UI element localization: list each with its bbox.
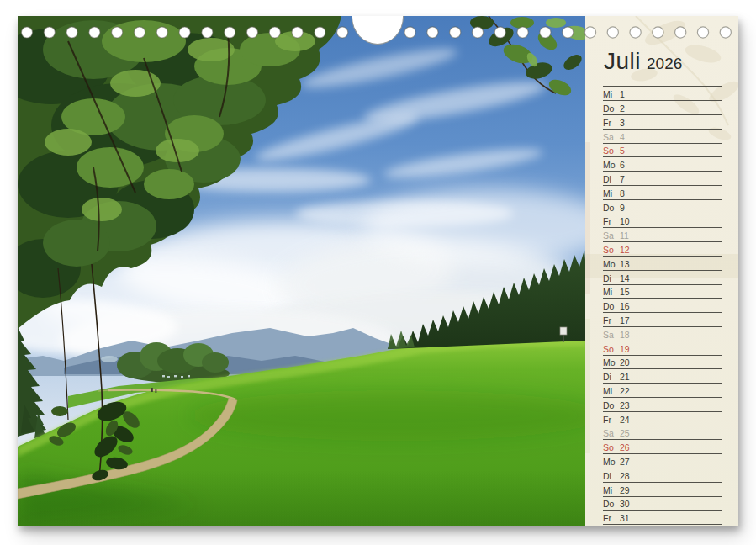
day-abbr: Di [603, 472, 620, 481]
photo-image [18, 16, 585, 526]
day-abbr: Mo [603, 161, 620, 170]
day-abbr: Fr [603, 415, 620, 425]
day-number: 20 [620, 358, 630, 368]
day-row: So 12 [603, 242, 722, 257]
day-abbr: Mo [603, 260, 620, 269]
day-row: Do 9 [603, 200, 722, 214]
day-number: 9 [620, 204, 625, 213]
day-abbr: Fr [603, 119, 620, 128]
day-abbr: Mo [603, 358, 620, 368]
day-abbr: Mi [603, 486, 620, 495]
day-abbr: Mi [603, 288, 620, 297]
page-title: Juli2026 [604, 48, 682, 75]
day-row: Mo 27 [603, 454, 722, 468]
day-row: Fr 24 [603, 412, 722, 426]
day-row: Sa 4 [603, 130, 722, 144]
calendar-scan: Juli2026 Mi 1 Do 2 Fr 3 Sa 4 [0, 0, 756, 545]
day-abbr: Di [603, 373, 620, 382]
day-row: Mi 15 [603, 285, 722, 299]
day-row: So 19 [603, 341, 722, 356]
day-abbr: Sa [603, 231, 620, 241]
day-abbr: Di [603, 175, 620, 184]
day-number: 15 [620, 288, 630, 297]
day-row [603, 73, 722, 87]
day-abbr: Mo [603, 458, 620, 467]
day-number: 26 [620, 443, 630, 452]
day-row: Mi 1 [603, 87, 722, 101]
day-row: Di 28 [603, 468, 722, 483]
day-abbr: Fr [603, 316, 620, 325]
day-row: Mo 6 [603, 157, 722, 172]
day-number: 12 [620, 246, 630, 255]
day-number: 22 [620, 387, 630, 396]
day-row: Sa 11 [603, 228, 722, 242]
day-abbr: Mi [603, 189, 620, 198]
day-row: Do 16 [603, 299, 722, 313]
day-abbr: Fr [603, 217, 620, 226]
day-number: 17 [620, 316, 630, 325]
day-number: 19 [620, 345, 630, 354]
day-number: 8 [620, 189, 625, 198]
day-number: 4 [620, 133, 625, 142]
day-row: Fr 10 [603, 214, 722, 229]
day-row: Di 7 [603, 172, 722, 186]
day-number: 28 [620, 472, 630, 481]
day-number: 14 [620, 274, 630, 283]
day-row: Mo 13 [603, 257, 722, 271]
calendar-page: Juli2026 Mi 1 Do 2 Fr 3 Sa 4 [18, 16, 738, 526]
day-row: Fr 17 [603, 313, 722, 327]
day-row: Di 21 [603, 369, 722, 384]
day-row: Sa 18 [603, 327, 722, 341]
day-row: Do 2 [603, 101, 722, 115]
day-row: So 5 [603, 144, 722, 158]
day-number: 5 [620, 146, 625, 156]
day-abbr: So [603, 443, 620, 452]
day-abbr: Fr [603, 514, 620, 523]
day-row: So 26 [603, 440, 722, 454]
day-number: 1 [620, 90, 625, 99]
day-number: 6 [620, 161, 625, 170]
day-number: 16 [620, 302, 630, 311]
year-label: 2026 [647, 55, 682, 72]
date-panel: Juli2026 Mi 1 Do 2 Fr 3 Sa 4 [585, 16, 738, 526]
day-abbr: Do [603, 104, 620, 114]
day-abbr: Do [603, 204, 620, 213]
day-row: Di 14 [603, 271, 722, 285]
day-number: 21 [620, 373, 630, 382]
day-row: Mo 20 [603, 356, 722, 370]
day-row: Do 30 [603, 497, 722, 511]
day-number: 2 [620, 104, 625, 114]
day-abbr: Do [603, 500, 620, 509]
day-number: 13 [620, 260, 630, 269]
day-number: 23 [620, 401, 630, 410]
day-abbr: Sa [603, 331, 620, 340]
day-number: 29 [620, 486, 630, 495]
day-number: 30 [620, 500, 630, 509]
day-row: Mi 8 [603, 186, 722, 200]
day-row: Mi 29 [603, 483, 722, 497]
day-number: 31 [620, 514, 630, 523]
day-abbr: Mi [603, 387, 620, 396]
day-abbr: Do [603, 401, 620, 410]
day-abbr: So [603, 246, 620, 255]
day-number: 25 [620, 429, 630, 438]
day-abbr: So [603, 146, 620, 156]
month-title: Juli [604, 48, 641, 74]
day-row: Sa 25 [603, 426, 722, 441]
day-abbr: Mi [603, 90, 620, 99]
day-abbr: Sa [603, 429, 620, 438]
day-number: 10 [620, 217, 630, 226]
day-abbr: Di [603, 274, 620, 283]
day-abbr: Sa [603, 133, 620, 142]
day-number: 18 [620, 331, 630, 340]
day-row: Fr 3 [603, 115, 722, 130]
day-list: Mi 1 Do 2 Fr 3 Sa 4 So 5 Mo 6 [603, 73, 722, 526]
day-row: Fr 31 [603, 511, 722, 525]
day-number: 11 [620, 231, 629, 241]
day-number: 27 [620, 458, 630, 467]
day-number: 3 [620, 119, 625, 128]
day-number: 24 [620, 415, 630, 425]
day-abbr: Do [603, 302, 620, 311]
day-abbr: So [603, 345, 620, 354]
day-row: Do 23 [603, 398, 722, 412]
